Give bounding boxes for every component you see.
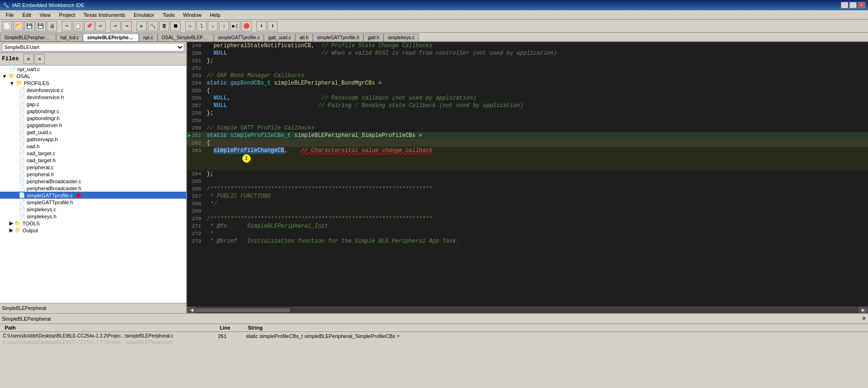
path-rows: C:\Users\dickbbt\Desktop\BLE\BLE-CC254x-… xyxy=(0,332,868,347)
code-line-269: 269 xyxy=(187,208,868,215)
minimize-button[interactable]: _ xyxy=(841,2,848,8)
line-number: 259 xyxy=(187,117,205,124)
tab-simpleBLEPeripheral-main[interactable]: SimpleBLEPeripheral_Main.c xyxy=(0,34,56,41)
code-line-254: 254 static gapBondCBs_t simpleBLEPeriphe… xyxy=(187,79,868,87)
menu-emulator[interactable]: Emulator xyxy=(130,11,158,19)
close-button[interactable]: × xyxy=(858,2,865,8)
tree-gapbondmgr-c[interactable]: 📄 gapbondmgr.c xyxy=(0,108,186,115)
tab-osal[interactable]: OSAL_SimpleBLEPeripheral.c xyxy=(158,34,214,41)
cursor-indicator: I xyxy=(242,154,251,163)
tree-simpleGATTprofile-h[interactable]: 📄 simpleGATTprofile.h xyxy=(0,199,186,206)
tab-gatt-h[interactable]: gatt.h xyxy=(363,34,383,41)
tree-oad-target-h[interactable]: 📄 oad_target.h xyxy=(0,157,186,164)
tree-peripheral-h[interactable]: 📄 peripheral.h xyxy=(0,171,186,178)
tb-cut[interactable]: ✂ xyxy=(62,21,72,31)
menu-help[interactable]: Help xyxy=(206,11,224,19)
tab-hal-lcd[interactable]: hal_lcd.c xyxy=(56,34,83,41)
tb-debug[interactable]: ▷ xyxy=(185,21,195,31)
tb-step-over[interactable]: ⤵ xyxy=(196,21,207,31)
tb-open[interactable]: 📂 xyxy=(13,21,23,31)
tb-run-cursor[interactable]: ▶| xyxy=(230,21,240,31)
hscroll-right-btn[interactable]: ▶ xyxy=(859,307,868,314)
menu-view[interactable]: View xyxy=(36,11,55,19)
tree-peripheralBroadcaster-c[interactable]: 📄 peripheralBroadcaster.c xyxy=(0,178,186,185)
tab-simplekeys[interactable]: simplekeys.c xyxy=(383,34,419,41)
tree-peripheralBroadcaster-h[interactable]: 📄 peripheralBroadcaster.h xyxy=(0,185,186,192)
tab-gatt-uuid[interactable]: gatt_uuid.c xyxy=(264,34,295,41)
menu-file[interactable]: File xyxy=(2,11,18,19)
tree-gap-c[interactable]: 📄 gap.c xyxy=(0,101,186,108)
tb-download2[interactable]: ⬇ xyxy=(268,21,278,31)
path-col-path: Path xyxy=(3,325,218,331)
line-number: 256 xyxy=(187,94,205,102)
toolbar: 📄 📂 💾 💾 🖨 ✂ 📋 📌 ↩ ↩ ↪ ▶ 🔨 🗑 ⏹ ▷ ⤵ ↓ ↑ ▶|… xyxy=(0,20,868,33)
tb-new[interactable]: 📄 xyxy=(2,21,12,31)
tb-undo2[interactable]: ↩ xyxy=(110,21,121,31)
line-number: 264 xyxy=(187,170,205,178)
tb-paste[interactable]: 📌 xyxy=(84,21,94,31)
tb-break[interactable]: 🔴 xyxy=(241,21,252,31)
tab-simpleGATTprofile-c[interactable]: simpleGATTprofile.c xyxy=(214,34,264,41)
line-number: 253 xyxy=(187,72,205,79)
folder-expand-icon: ▶ xyxy=(9,227,13,233)
tree-gattservapp-h[interactable]: 📄 gattservapp.h xyxy=(0,136,186,143)
horizontal-scrollbar[interactable]: ◀ ▶ xyxy=(187,307,868,313)
hscroll-track[interactable] xyxy=(196,308,859,313)
tree-simpleGATTprofile-c[interactable]: 📄 simpleGATTprofile.c xyxy=(0,192,186,199)
tree-oad-target-c[interactable]: 📄 oad_target.c xyxy=(0,150,186,157)
tree-profiles[interactable]: ▼ 📁 PROFILES xyxy=(0,79,186,86)
file-icon: 📄 xyxy=(19,150,25,156)
tb-rebuild[interactable]: 🔨 xyxy=(148,21,158,31)
sidebar-tool-2[interactable]: ⚙ xyxy=(35,54,45,64)
hscroll-thumb[interactable] xyxy=(196,309,290,312)
tb-step-out[interactable]: ↑ xyxy=(219,21,229,31)
file-icon: 📄 xyxy=(19,129,25,135)
tab-simpleGATTprofile-h[interactable]: simpleGATTprofile.h xyxy=(313,34,363,41)
tree-npi-uart-c[interactable]: 📄 npi_uart.c xyxy=(0,65,186,72)
tree-devinfoservice-c[interactable]: 📄 devinfoservice.c xyxy=(0,86,186,93)
tb-redo[interactable]: ↪ xyxy=(122,21,132,31)
tab-simpleBLEPeripheral[interactable]: simpleBLEPeripheral.c xyxy=(83,34,139,42)
tb-copy[interactable]: 📋 xyxy=(73,21,83,31)
tb-clean[interactable]: 🗑 xyxy=(159,21,169,31)
sidebar-tool-1[interactable]: ⊞ xyxy=(23,54,34,64)
tab-npi[interactable]: npi.c xyxy=(139,34,157,41)
close-panel-btn[interactable]: ✕ xyxy=(862,316,866,322)
tb-save2[interactable]: 💾 xyxy=(36,21,46,31)
tb-download[interactable]: ⬇ xyxy=(256,21,267,31)
menu-window[interactable]: Window xyxy=(180,11,205,19)
tree-peripheral-c[interactable]: 📄 peripheral.c xyxy=(0,164,186,171)
menu-project[interactable]: Project xyxy=(55,11,79,19)
tab-att-h[interactable]: att.h xyxy=(295,34,312,41)
tree-gapgattserver-h[interactable]: 📄 gapgattserver.h xyxy=(0,122,186,129)
tb-stop[interactable]: ⏹ xyxy=(170,21,181,31)
file-icon: 📄 xyxy=(19,87,25,93)
tree-output[interactable]: ▶ 📁 Output xyxy=(0,227,186,234)
tree-gatt-uuid-c[interactable]: 📄 gatt_uuid.c xyxy=(0,129,186,136)
titlebar-title: IAR Embedded Workbench IDE xyxy=(12,2,841,8)
hscroll-left-btn[interactable]: ◀ xyxy=(187,307,196,314)
line-content: * PUBLIC FUNCTIONS xyxy=(205,193,868,200)
menu-tools[interactable]: Tools xyxy=(159,11,179,19)
tb-compile[interactable]: ▶ xyxy=(137,21,147,31)
tree-tools[interactable]: ▶ 📁 TOOLS xyxy=(0,220,186,227)
tb-save[interactable]: 💾 xyxy=(24,21,35,31)
tree-simplekeys-h[interactable]: 📄 simplekeys.h xyxy=(0,213,186,220)
menu-texas-instruments[interactable]: Texas Instruments xyxy=(80,11,129,19)
code-line-251: 251 }; xyxy=(187,57,868,65)
tb-undo[interactable]: ↩ xyxy=(95,21,106,31)
tree-simplekeys-c[interactable]: 📄 simplekeys.c xyxy=(0,206,186,213)
tree-oad-h[interactable]: 📄 oad.h xyxy=(0,143,186,150)
tb-step-into[interactable]: ↓ xyxy=(208,21,218,31)
tree-gapbondmgr-h[interactable]: 📄 gapbondmgr.h xyxy=(0,115,186,122)
tree-osal[interactable]: ▼ 📁 OSAL xyxy=(0,72,186,79)
line-content: NULL, // Passcode callback (not used by … xyxy=(205,94,868,102)
menu-edit[interactable]: Edit xyxy=(19,11,35,19)
workspace-dropdown[interactable]: SimpleBLEUart xyxy=(2,43,184,51)
tree-devinfoservice-h[interactable]: 📄 devinfoservice.h xyxy=(0,93,186,101)
tb-print[interactable]: 🖨 xyxy=(47,21,57,31)
code-editor[interactable]: 249 peripheralStateNotificationCB, // Pr… xyxy=(187,42,868,307)
code-line-259: 259 xyxy=(187,117,868,124)
line-content: * xyxy=(205,230,868,237)
maximize-button[interactable]: □ xyxy=(849,2,857,8)
